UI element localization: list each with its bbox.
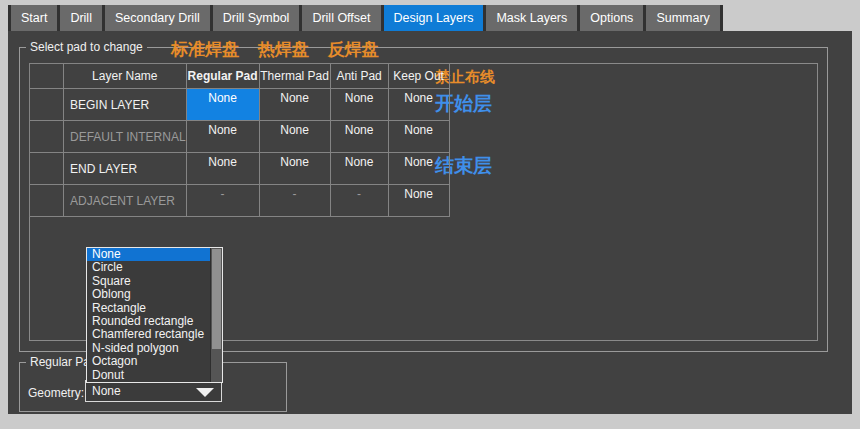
thermal-pad-cell[interactable]: - — [259, 185, 330, 217]
thermal-pad-cell[interactable]: None — [259, 153, 330, 185]
keep-out-cell[interactable]: None — [388, 121, 449, 153]
annotation-anti-pad: 反焊盘 — [327, 40, 378, 59]
row-selector[interactable] — [30, 185, 64, 217]
keep-out-cell[interactable]: None — [388, 185, 449, 217]
anti-pad-cell[interactable]: None — [330, 89, 388, 121]
header-layer-name: Layer Name — [64, 64, 187, 89]
dropdown-option-circle[interactable]: Circle — [87, 261, 222, 274]
layer-name-cell[interactable]: END LAYER — [64, 153, 187, 185]
tab-drill-symbol[interactable]: Drill Symbol — [213, 5, 300, 31]
tab-mask-layers[interactable]: Mask Layers — [486, 5, 577, 31]
row-selector[interactable] — [30, 89, 64, 121]
pad-type-annotations: 标准焊盘 热焊盘 反焊盘 — [171, 38, 392, 61]
table-row: END LAYER None None None None — [30, 153, 450, 185]
keep-out-cell[interactable]: None — [388, 153, 449, 185]
dropdown-option-octagon[interactable]: Octagon — [87, 355, 222, 368]
header-thermal-pad: Thermal Pad — [259, 64, 330, 89]
thermal-pad-cell[interactable]: None — [259, 89, 330, 121]
select-pad-group-title: Select pad to change — [26, 40, 147, 54]
dropdown-option-chamfered-rectangle[interactable]: Chamfered rectangle — [87, 328, 222, 341]
tab-design-layers[interactable]: Design Layers — [384, 5, 484, 31]
dropdown-option-n-sided-polygon[interactable]: N-sided polygon — [87, 342, 222, 355]
dropdown-option-donut[interactable]: Donut — [87, 369, 222, 382]
dropdown-scrollbar[interactable] — [210, 248, 222, 382]
regular-pad-cell-selected[interactable]: None — [186, 89, 259, 121]
table-header-row: Layer Name Regular Pad Thermal Pad Anti … — [30, 64, 450, 89]
header-regular-pad: Regular Pad — [186, 64, 259, 89]
header-rowhead — [30, 64, 64, 89]
geometry-combobox[interactable]: None — [85, 380, 222, 402]
regular-pad-cell[interactable]: None — [186, 153, 259, 185]
tab-secondary-drill[interactable]: Secondary Drill — [105, 5, 210, 31]
tab-drill-offset[interactable]: Drill Offset — [302, 5, 380, 31]
chevron-down-icon[interactable] — [196, 388, 214, 397]
tab-bar: Start Drill Secondary Drill Drill Symbol… — [8, 5, 723, 31]
layers-table: Layer Name Regular Pad Thermal Pad Anti … — [29, 63, 450, 217]
header-anti-pad: Anti Pad — [330, 64, 388, 89]
table-row: DEFAULT INTERNAL None None None None — [30, 121, 450, 153]
tab-options[interactable]: Options — [580, 5, 643, 31]
tab-summary[interactable]: Summary — [646, 5, 719, 31]
keep-out-cell[interactable]: None — [388, 89, 449, 121]
dropdown-option-rectangle[interactable]: Rectangle — [87, 302, 222, 315]
dropdown-option-none[interactable]: None — [87, 248, 222, 261]
dropdown-scrollbar-thumb[interactable] — [212, 249, 221, 349]
anti-pad-cell[interactable]: None — [330, 121, 388, 153]
table-row: ADJACENT LAYER - - - None — [30, 185, 450, 217]
geometry-label: Geometry: — [28, 386, 84, 400]
pad-settings-window: Start Drill Secondary Drill Drill Symbol… — [0, 0, 860, 429]
header-keep-out: Keep Out — [388, 64, 449, 89]
thermal-pad-cell[interactable]: None — [259, 121, 330, 153]
dropdown-option-oblong[interactable]: Oblong — [87, 288, 222, 301]
anti-pad-cell[interactable]: - — [330, 185, 388, 217]
anti-pad-cell[interactable]: None — [330, 153, 388, 185]
geometry-dropdown-list: None Circle Square Oblong Rectangle Roun… — [86, 247, 223, 383]
row-selector[interactable] — [30, 153, 64, 185]
regular-pad-cell[interactable]: None — [186, 121, 259, 153]
annotation-standard-pad: 标准焊盘 — [171, 40, 239, 59]
table-row: BEGIN LAYER None None None None — [30, 89, 450, 121]
layer-name-cell[interactable]: BEGIN LAYER — [64, 89, 187, 121]
layer-name-cell[interactable]: DEFAULT INTERNAL — [64, 121, 187, 153]
layer-name-cell[interactable]: ADJACENT LAYER — [64, 185, 187, 217]
design-layers-page: Select pad to change 标准焊盘 热焊盘 反焊盘 禁止布线 开… — [8, 31, 852, 414]
dropdown-option-square[interactable]: Square — [87, 275, 222, 288]
regular-pad-cell[interactable]: - — [186, 185, 259, 217]
tab-drill[interactable]: Drill — [60, 5, 102, 31]
annotation-thermal-pad: 热焊盘 — [258, 40, 309, 59]
row-selector[interactable] — [30, 121, 64, 153]
tab-start[interactable]: Start — [11, 5, 57, 31]
dropdown-option-rounded-rectangle[interactable]: Rounded rectangle — [87, 315, 222, 328]
